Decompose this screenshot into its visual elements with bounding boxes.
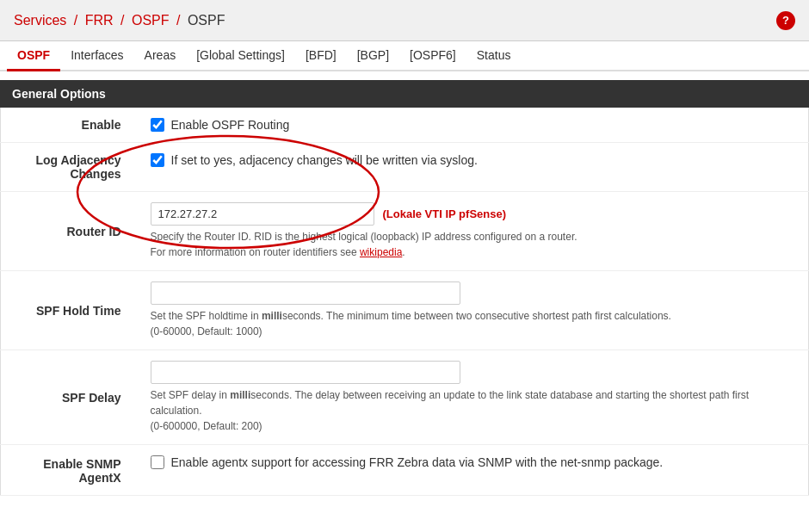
section-title: General Options <box>12 87 106 101</box>
router-id-row: Router ID (Lokale VTI IP pfSense) Specif… <box>1 192 809 271</box>
router-id-value: (Lokale VTI IP pfSense) Specify the Rout… <box>139 192 809 271</box>
enable-snmp-value: Enable agentx support for accessing FRR … <box>139 445 809 496</box>
spf-hold-time-row: SPF Hold Time Set the SPF holdtime in mi… <box>1 271 809 350</box>
router-id-help1: Specify the Router ID. RID is the highes… <box>151 231 577 243</box>
spf-hold-time-input[interactable] <box>151 281 460 305</box>
enable-checkbox[interactable] <box>151 118 164 132</box>
router-id-help2: For more information on router identifie… <box>151 246 360 258</box>
tab-areas[interactable]: Areas <box>134 41 187 71</box>
enable-checkbox-text: Enable OSPF Routing <box>171 118 290 132</box>
spf-delay-row: SPF Delay Set SPF delay in milliseconds.… <box>1 350 809 445</box>
enable-snmp-row: Enable SNMP AgentX Enable agentx support… <box>1 445 809 496</box>
enable-check-label[interactable]: Enable OSPF Routing <box>151 118 797 132</box>
log-adjacency-check-label[interactable]: If set to yes, adjacency changes will be… <box>151 153 797 167</box>
spf-hold-time-range: (0-60000, Default: 1000) <box>151 325 262 337</box>
tab-global-settings[interactable]: [Global Settings] <box>186 41 295 71</box>
breadcrumb-ospf1[interactable]: OSPF <box>132 13 170 28</box>
section-header: General Options <box>0 80 809 108</box>
enable-value: Enable OSPF Routing <box>139 108 809 143</box>
spf-delay-range: (0-600000, Default: 200) <box>151 420 262 432</box>
sep3: / <box>176 13 180 28</box>
router-id-input[interactable] <box>151 202 374 226</box>
sep1: / <box>74 13 77 28</box>
log-adjacency-text: If set to yes, adjacency changes will be… <box>171 153 478 167</box>
tab-interfaces[interactable]: Interfaces <box>60 41 133 71</box>
enable-snmp-label: Enable SNMP AgentX <box>1 445 139 496</box>
tab-ospf[interactable]: OSPF <box>7 41 60 71</box>
spf-delay-help: Set SPF delay in milliseconds. The delay… <box>151 387 797 434</box>
breadcrumb-services[interactable]: Services <box>14 13 66 28</box>
help-icon[interactable]: ? <box>776 11 795 30</box>
top-header: Services / FRR / OSPF / OSPF ? <box>0 0 809 41</box>
tab-bgp[interactable]: [BGP] <box>347 41 399 71</box>
spf-hold-time-label: SPF Hold Time <box>1 271 139 350</box>
wikipedia-link[interactable]: wikipedia <box>360 246 402 258</box>
tab-bfd[interactable]: [BFD] <box>295 41 347 71</box>
spf-delay-value: Set SPF delay in milliseconds. The delay… <box>139 350 809 445</box>
breadcrumb-frr[interactable]: FRR <box>85 13 114 28</box>
log-adjacency-row: Log Adjacency Changes If set to yes, adj… <box>1 143 809 192</box>
log-adjacency-label: Log Adjacency Changes <box>1 143 139 192</box>
spf-delay-label: SPF Delay <box>1 350 139 445</box>
enable-snmp-check-label[interactable]: Enable agentx support for accessing FRR … <box>151 455 797 469</box>
log-adjacency-checkbox[interactable] <box>151 153 164 167</box>
spf-hold-time-value: Set the SPF holdtime in milliseconds. Th… <box>139 271 809 350</box>
spf-hold-time-help: Set the SPF holdtime in milliseconds. Th… <box>151 308 797 339</box>
enable-row: Enable Enable OSPF Routing <box>1 108 809 143</box>
sep2: / <box>120 13 124 28</box>
router-id-help: Specify the Router ID. RID is the highes… <box>151 229 797 260</box>
router-id-input-row: (Lokale VTI IP pfSense) <box>151 202 797 226</box>
breadcrumb: Services / FRR / OSPF / OSPF <box>14 13 225 28</box>
log-adjacency-value: If set to yes, adjacency changes will be… <box>139 143 809 192</box>
enable-snmp-checkbox[interactable] <box>151 455 164 469</box>
form-table: Enable Enable OSPF Routing Log Adjacency… <box>0 108 809 496</box>
enable-snmp-text: Enable agentx support for accessing FRR … <box>171 455 664 469</box>
router-id-badge: (Lokale VTI IP pfSense) <box>383 207 507 220</box>
spf-delay-input[interactable] <box>151 361 460 384</box>
tab-status[interactable]: Status <box>466 41 522 71</box>
tab-ospf6[interactable]: [OSPF6] <box>399 41 466 71</box>
router-id-label: Router ID <box>1 192 139 271</box>
tab-bar: OSPF Interfaces Areas [Global Settings] … <box>0 41 809 71</box>
breadcrumb-current: OSPF <box>188 13 225 28</box>
enable-label: Enable <box>1 108 139 143</box>
